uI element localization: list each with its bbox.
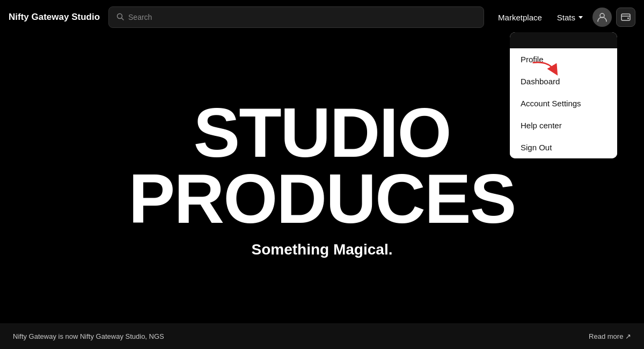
- hero-title-line1: STUDIO PRODUCES: [129, 100, 516, 232]
- footer-bar: Nifty Gateway is now Nifty Gateway Studi…: [0, 323, 644, 349]
- stats-label: Stats: [557, 13, 575, 22]
- svg-line-1: [122, 18, 124, 20]
- dropdown-item-dashboard[interactable]: Dashboard: [510, 70, 617, 92]
- logo[interactable]: Nifty Gateway Studio: [9, 12, 100, 23]
- dropdown-item-help-center[interactable]: Help center: [510, 114, 617, 136]
- dropdown-top-bar: [510, 32, 617, 48]
- hero-subtitle: Something Magical.: [252, 241, 393, 258]
- stats-menu[interactable]: Stats: [552, 10, 588, 25]
- footer-text: Nifty Gateway is now Nifty Gateway Studi…: [13, 332, 164, 340]
- chevron-down-icon: [579, 16, 583, 19]
- wallet-button[interactable]: [616, 8, 635, 27]
- avatar-button[interactable]: [592, 8, 612, 27]
- nav-right: Marketplace Stats: [493, 8, 635, 27]
- header: Nifty Gateway Studio Marketplace Stats: [0, 0, 644, 34]
- svg-rect-3: [621, 14, 630, 20]
- dropdown-item-profile[interactable]: Profile: [510, 48, 617, 70]
- user-dropdown-menu: Profile Dashboard Account Settings Help …: [510, 32, 617, 158]
- marketplace-link[interactable]: Marketplace: [493, 10, 547, 25]
- read-more-link[interactable]: Read more ↗: [589, 332, 631, 340]
- dropdown-item-sign-out[interactable]: Sign Out: [510, 136, 617, 158]
- dropdown-item-account-settings[interactable]: Account Settings: [510, 92, 617, 114]
- red-arrow-icon: [529, 58, 561, 79]
- search-input[interactable]: [128, 13, 476, 21]
- svg-point-4: [627, 18, 629, 19]
- search-bar[interactable]: [108, 6, 484, 28]
- search-icon: [116, 13, 124, 22]
